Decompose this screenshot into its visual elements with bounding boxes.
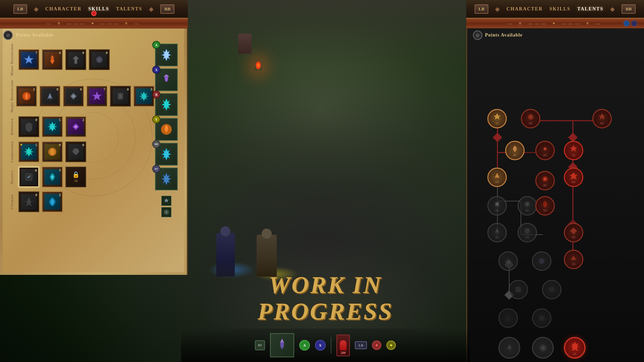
left-nav-bar: LB ◆ CHARACTER SKILLS TALENTS ◆ RB [0, 0, 188, 18]
tab-character-right[interactable]: CHARACTER [506, 6, 543, 12]
ability-btn-rt: RT [152, 165, 160, 173]
skill-slot-1-5[interactable]: 3 [133, 86, 154, 107]
skill-slot-5-0[interactable]: 0 [18, 191, 39, 212]
skill-slot-2-2[interactable]: 2 [65, 116, 86, 137]
talent-node-6[interactable]: 5/5 [564, 141, 583, 160]
lb-button-left[interactable]: LB [13, 4, 27, 14]
skill-slot-0-1[interactable]: 4 [42, 49, 63, 70]
skill-count-5-0: 0 [36, 193, 38, 197]
talent-node-18[interactable]: 5/5 [564, 250, 583, 269]
points-available-label-left: Points Available [16, 33, 54, 38]
skill-icon-1-2 [66, 88, 81, 104]
skill-icon-1-5 [136, 88, 152, 104]
talent-node-22[interactable] [532, 308, 551, 328]
talent-count-3: 0/5 [600, 122, 604, 125]
skill-slot-1-0[interactable]: 2 [16, 86, 37, 107]
talent-node-8[interactable]: 0/5 [535, 171, 555, 190]
ability-slot-a[interactable]: A [155, 44, 178, 66]
rb-button-right[interactable]: RB [622, 4, 636, 14]
talent-node-24[interactable] [532, 337, 554, 359]
talent-node-5[interactable]: 0/5 [535, 141, 555, 160]
wip-line2: PROGRESS [258, 298, 393, 325]
minor-destruction-slots: 7 4 0 [18, 49, 110, 70]
active-ability-bottom[interactable] [270, 333, 294, 357]
lb-button-bottom[interactable]: LB [355, 341, 367, 349]
talent-node-2[interactable]: 0/5 [521, 109, 540, 128]
talent-node-23[interactable] [498, 337, 520, 359]
ability-slot-b[interactable]: B [155, 93, 178, 116]
ability-btn-b: B [152, 90, 160, 99]
rt-button-bottom[interactable]: RT [255, 340, 265, 350]
conjuration-slots: 5 ★ 9 0 [18, 141, 86, 162]
yellow-button-bottom[interactable]: ● [386, 341, 396, 350]
talent-node-15[interactable]: 0/5 [564, 223, 583, 242]
skill-slot-1-2[interactable]: 0 [63, 86, 84, 107]
skill-slot-5-1[interactable]: 2 [42, 191, 63, 212]
hud-separator [331, 337, 331, 354]
skill-slot-2-1[interactable]: 5 [42, 116, 63, 137]
svg-point-35 [544, 148, 546, 150]
skill-slot-1-4[interactable]: 0 [110, 86, 131, 107]
skill-count-3-2: 0 [83, 143, 85, 147]
svg-rect-5 [119, 94, 122, 98]
points-available-label-right: Points Available [485, 33, 523, 38]
talent-count-15: 0/5 [572, 236, 575, 239]
skill-slot-2-0[interactable]: 0 [18, 116, 39, 137]
ability-icon-a [158, 47, 175, 63]
talent-node-11[interactable]: 0/5 [518, 196, 537, 216]
x-button-bottom[interactable]: X [315, 340, 326, 351]
health-flask[interactable]: 200 [336, 335, 350, 356]
ability-slot-y[interactable]: Y [155, 118, 178, 141]
talent-node-14[interactable]: 0/5 [518, 223, 537, 242]
skill-count-1-0: 2 [33, 87, 35, 91]
talent-count-11: 0/5 [526, 209, 529, 212]
talent-node-12[interactable]: 5/5 [535, 196, 555, 216]
talent-node-20[interactable] [542, 280, 561, 299]
rb-button-left[interactable]: RB [160, 4, 174, 14]
ability-slot-rb[interactable]: RB [155, 143, 178, 166]
skill-slot-4-1[interactable]: 3 [42, 167, 63, 187]
extra-ability-top[interactable] [161, 196, 171, 206]
skill-slot-4-2[interactable]: 🔒 34 [65, 167, 86, 187]
ability-slot-rt[interactable]: RT [155, 168, 178, 190]
tab-talents-right[interactable]: TALENTS [577, 6, 603, 12]
skill-slot-1-3[interactable]: 7 [87, 86, 107, 107]
tab-skills-right[interactable]: SKILLS [549, 6, 571, 12]
talent-node-3[interactable]: 0/5 [592, 109, 612, 128]
skill-count-0-1: 4 [59, 51, 61, 55]
talent-node-13[interactable]: 0/5 [487, 223, 507, 242]
a-button-bottom[interactable]: A [299, 340, 310, 351]
svg-point-40 [539, 258, 544, 264]
skill-slot-3-1[interactable]: 9 [42, 141, 63, 162]
talent-node-7[interactable]: 0/5 [487, 168, 507, 187]
extra-ability-bottom[interactable] [161, 207, 171, 217]
skill-slot-0-3[interactable]: 0 [89, 49, 110, 70]
talent-node-17[interactable] [532, 251, 551, 271]
skill-row-minor-destruction: Minor Destruction 7 4 [10, 44, 154, 76]
talent-node-10[interactable]: 0/5 [487, 196, 507, 216]
talent-count-4: 0/5 [513, 154, 517, 157]
tab-talents-left[interactable]: TALENTS [116, 6, 142, 12]
talent-node-9[interactable]: 0/5 [564, 168, 583, 187]
skill-slot-3-2[interactable]: 0 [65, 141, 86, 162]
skill-slot-1-1[interactable]: 0 [40, 86, 60, 107]
talent-node-1[interactable]: 5/5 [487, 109, 507, 128]
talent-node-19[interactable] [508, 280, 528, 299]
skill-slot-4-0[interactable]: 0 [18, 167, 39, 187]
skill-slot-0-0[interactable]: 7 [18, 49, 39, 70]
talent-node-4[interactable]: 0/5 [505, 141, 525, 160]
lb-button-right[interactable]: LB [475, 4, 488, 14]
skill-icon-5-1 [45, 194, 60, 209]
talent-node-21[interactable] [498, 308, 518, 328]
tab-skills-left[interactable]: SKILLS [88, 6, 109, 12]
ability-slot-x[interactable]: X [155, 68, 178, 91]
tab-character-left[interactable]: CHARACTER [45, 6, 82, 12]
ability-btn-rb: RB [152, 140, 160, 148]
talent-node-16[interactable] [498, 251, 518, 271]
svg-point-39 [525, 228, 530, 234]
talent-node-ultimate[interactable]: 1/1 [564, 337, 586, 359]
red-button-bottom[interactable]: ● [372, 341, 381, 350]
row-label-ultimate: Ultimate [10, 194, 17, 209]
skill-slot-3-0[interactable]: 5 ★ [18, 141, 39, 162]
skill-slot-0-2[interactable]: 0 [65, 49, 86, 70]
